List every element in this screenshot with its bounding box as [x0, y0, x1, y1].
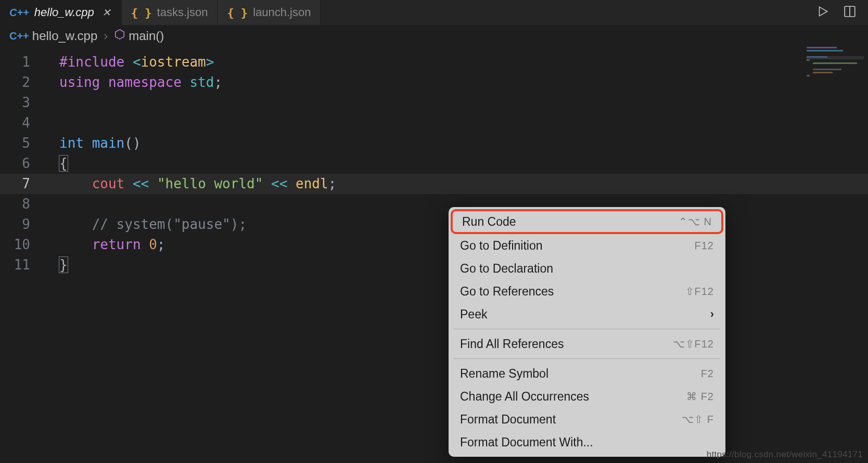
chevron-right-icon: ›	[104, 29, 108, 43]
breadcrumb[interactable]: C++ hello_w.cpp › main()	[0, 25, 868, 47]
code-line[interactable]: 11}	[0, 255, 868, 275]
code-line[interactable]: 10 return 0;	[0, 235, 868, 255]
menu-item-label: Find All References	[460, 337, 564, 351]
line-number: 11	[0, 255, 45, 275]
code-line[interactable]: 7 cout << "hello world" << endl;	[0, 174, 868, 194]
code-line[interactable]: 6{	[0, 153, 868, 174]
menu-item-format-document-with[interactable]: Format Document With...	[449, 431, 725, 454]
breadcrumb-file: hello_w.cpp	[32, 29, 97, 43]
menu-item-format-document[interactable]: Format Document⌥⇧ F	[449, 408, 725, 431]
code-content: cout << "hello world" << endl;	[45, 174, 336, 194]
menu-item-label: Go to References	[460, 285, 554, 299]
menu-item-label: Change All Occurrences	[460, 390, 589, 404]
code-content: int main()	[45, 133, 141, 153]
code-editor[interactable]: 1#include <iostream>2using namespace std…	[0, 47, 868, 275]
menu-shortcut: F12	[695, 240, 714, 252]
menu-item-label: Rename Symbol	[460, 367, 548, 381]
menu-shortcut: ⌘ F2	[686, 390, 714, 403]
menu-item-go-to-definition[interactable]: Go to DefinitionF12	[449, 234, 725, 257]
code-line[interactable]: 9 // system("pause");	[0, 214, 868, 235]
menu-shortcut: ⇧F12	[685, 285, 714, 298]
cpp-file-icon: C++	[9, 30, 29, 42]
code-line[interactable]: 3	[0, 93, 868, 113]
code-line[interactable]: 4	[0, 113, 868, 133]
svg-marker-0	[820, 7, 827, 16]
tab-tasks-json[interactable]: { } tasks.json	[122, 0, 218, 25]
json-file-icon: { }	[227, 6, 248, 19]
tab-label: tasks.json	[157, 6, 208, 19]
menu-item-change-all-occurrences[interactable]: Change All Occurrences⌘ F2	[449, 385, 725, 408]
code-line[interactable]: 8	[0, 194, 868, 214]
tab-hello-w-cpp[interactable]: C++ hello_w.cpp ✕	[0, 0, 122, 25]
code-content: }	[45, 255, 68, 275]
menu-item-find-all-references[interactable]: Find All References⌥⇧F12	[449, 332, 725, 355]
line-number: 1	[0, 52, 45, 72]
cpp-file-icon: C++	[9, 7, 29, 19]
menu-item-run-code[interactable]: Run Code⌃⌥ N	[451, 209, 723, 234]
menu-item-go-to-references[interactable]: Go to References⇧F12	[449, 280, 725, 303]
code-content: // system("pause");	[45, 214, 247, 235]
menu-item-label: Go to Declaration	[460, 262, 553, 276]
close-icon[interactable]: ✕	[101, 6, 112, 19]
code-content: return 0;	[45, 235, 165, 255]
symbol-icon	[114, 29, 125, 43]
menu-item-label: Run Code	[462, 215, 516, 229]
context-menu: Run Code⌃⌥ NGo to DefinitionF12Go to Dec…	[449, 207, 725, 457]
code-content: {	[45, 153, 68, 174]
menu-shortcut: ⌥⇧ F	[682, 413, 714, 426]
tab-launch-json[interactable]: { } launch.json	[218, 0, 321, 25]
menu-shortcut: F2	[701, 368, 714, 380]
code-line[interactable]: 1#include <iostream>	[0, 52, 868, 72]
code-content: using namespace std;	[45, 72, 222, 93]
chevron-right-icon: ›	[710, 307, 714, 321]
tab-label: hello_w.cpp	[34, 6, 94, 19]
code-line[interactable]: 5int main()	[0, 133, 868, 153]
menu-shortcut: ⌃⌥ N	[679, 215, 712, 228]
menu-item-rename-symbol[interactable]: Rename SymbolF2	[449, 362, 725, 385]
tab-bar: C++ hello_w.cpp ✕ { } tasks.json { } lau…	[0, 0, 868, 25]
minimap[interactable]	[807, 47, 864, 88]
menu-item-go-to-declaration[interactable]: Go to Declaration	[449, 257, 725, 280]
menu-shortcut: ⌥⇧F12	[673, 338, 714, 350]
menu-separator	[454, 329, 720, 329]
line-number: 2	[0, 72, 45, 93]
tab-bar-actions	[816, 0, 868, 25]
watermark: https://blog.csdn.net/weixin_41194171	[707, 449, 863, 460]
menu-item-label: Format Document With...	[460, 435, 593, 449]
line-number: 6	[0, 153, 45, 174]
menu-item-peek[interactable]: Peek›	[449, 303, 725, 326]
line-number: 10	[0, 235, 45, 255]
menu-item-label: Peek	[460, 307, 487, 321]
run-icon[interactable]	[816, 5, 829, 20]
menu-item-label: Go to Definition	[460, 239, 543, 253]
line-number: 7	[0, 174, 45, 194]
menu-separator	[454, 358, 720, 359]
line-number: 4	[0, 113, 45, 133]
tab-label: launch.json	[253, 6, 311, 19]
breadcrumb-symbol: main()	[129, 29, 164, 43]
line-number: 8	[0, 194, 45, 214]
line-number: 5	[0, 133, 45, 153]
code-line[interactable]: 2using namespace std;	[0, 72, 868, 93]
menu-item-label: Format Document	[460, 413, 556, 427]
json-file-icon: { }	[131, 6, 152, 19]
split-editor-icon[interactable]	[843, 5, 857, 20]
code-content: #include <iostream>	[45, 52, 214, 72]
line-number: 9	[0, 214, 45, 235]
line-number: 3	[0, 93, 45, 113]
